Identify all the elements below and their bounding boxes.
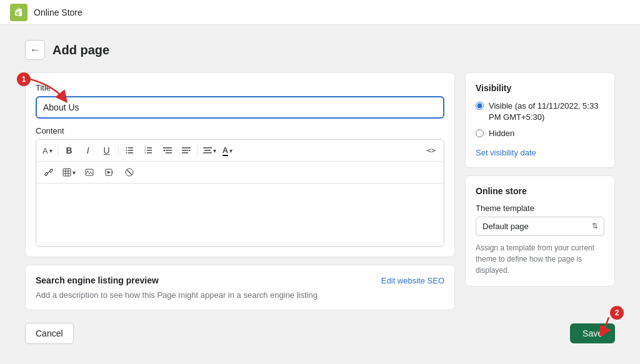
list-ordered-button[interactable]: 1 2 3: [140, 142, 158, 159]
svg-rect-18: [182, 152, 188, 154]
svg-rect-17: [182, 150, 188, 151]
svg-marker-32: [108, 171, 111, 174]
right-column: Visibility Visible (as of 11/11/2022, 5:…: [465, 72, 615, 287]
svg-rect-0: [10, 4, 28, 21]
svg-rect-9: [147, 152, 152, 154]
main-card: 1 Title: [25, 72, 455, 257]
svg-rect-19: [203, 147, 212, 149]
code-view-button[interactable]: <>: [422, 142, 440, 159]
title-input[interactable]: [36, 96, 444, 119]
link-button[interactable]: [40, 164, 58, 180]
editor-body[interactable]: [36, 184, 444, 246]
visibility-label-visible: Visible (as of 11/11/2022, 5:33 PM GMT+5…: [489, 101, 604, 123]
font-color-arrow-icon: ▾: [229, 147, 232, 154]
image-button[interactable]: [81, 164, 98, 180]
svg-point-6: [126, 152, 127, 154]
set-visibility-date-link[interactable]: Set visibility date: [476, 148, 536, 157]
clear-format-icon: [125, 168, 134, 177]
visibility-label-hidden: Hidden: [489, 128, 514, 139]
svg-point-4: [126, 147, 127, 149]
topbar: Online Store: [0, 0, 640, 25]
back-button[interactable]: ←: [25, 40, 45, 60]
svg-rect-3: [128, 152, 133, 154]
svg-rect-8: [147, 150, 152, 151]
image-icon: [85, 168, 94, 177]
layout: 1 Title: [25, 72, 615, 310]
video-button[interactable]: [101, 164, 118, 180]
theme-template-label: Theme template: [476, 204, 604, 213]
topbar-title: Online Store: [34, 7, 82, 17]
visibility-option-visible[interactable]: Visible (as of 11/11/2022, 5:33 PM GMT+5…: [476, 101, 604, 123]
bold-button[interactable]: B: [61, 142, 78, 159]
editor-wrapper: A ▾ B I U: [36, 139, 444, 247]
align-icon: [203, 146, 212, 155]
list-ul-icon: [126, 146, 134, 155]
font-color-dropdown[interactable]: A ▾: [220, 142, 235, 159]
font-size-dropdown[interactable]: A ▾: [40, 142, 55, 159]
seo-title: Search engine listing preview: [36, 275, 159, 285]
theme-template-select[interactable]: Default page: [476, 217, 604, 236]
visibility-radio-hidden[interactable]: [476, 129, 484, 137]
visibility-radio-visible[interactable]: [476, 102, 484, 110]
shopify-logo: [10, 4, 28, 21]
cancel-button[interactable]: Cancel: [25, 323, 74, 344]
main-content: ← Add page 1: [0, 25, 640, 364]
online-store-title: Online store: [476, 186, 604, 196]
toolbar-row1: A ▾ B I U: [36, 140, 444, 162]
indent-right-icon: [182, 146, 191, 155]
theme-helper-text: Assign a template from your current them…: [476, 242, 604, 276]
svg-rect-1: [128, 147, 133, 149]
svg-rect-21: [203, 152, 212, 154]
seo-header: Search engine listing preview Edit websi…: [36, 275, 444, 285]
video-icon: [105, 168, 114, 177]
svg-rect-28: [86, 169, 93, 175]
svg-rect-14: [166, 150, 172, 151]
svg-rect-2: [128, 150, 133, 151]
visibility-option-hidden[interactable]: Hidden: [476, 128, 604, 139]
underline-button[interactable]: U: [98, 142, 116, 159]
save-button[interactable]: Save: [570, 323, 615, 343]
align-arrow-icon: ▾: [213, 147, 216, 154]
online-store-card: Online store Theme template Default page…: [465, 175, 615, 287]
align-dropdown[interactable]: ▾: [201, 142, 219, 159]
svg-rect-23: [63, 169, 71, 176]
title-label: Title: [36, 83, 444, 92]
clear-formatting-button[interactable]: [121, 164, 138, 180]
page-title: Add page: [52, 43, 109, 57]
font-color-icon: A: [222, 145, 228, 156]
svg-rect-20: [204, 150, 211, 151]
toolbar-separator-2: [118, 145, 119, 156]
content-label: Content: [36, 126, 444, 135]
annotation-badge-1: 1: [17, 72, 31, 86]
toolbar-separator-1: [58, 145, 58, 156]
toolbar-separator-3: [198, 145, 198, 156]
table-arrow-icon: ▾: [72, 169, 76, 176]
indent-right-button[interactable]: [178, 142, 195, 159]
svg-rect-7: [147, 147, 152, 149]
visibility-card: Visibility Visible (as of 11/11/2022, 5:…: [465, 72, 615, 168]
list-unordered-button[interactable]: [121, 142, 139, 159]
link-icon: [44, 168, 53, 177]
list-ol-icon: 1 2 3: [144, 146, 153, 155]
visibility-title: Visibility: [476, 83, 604, 93]
footer: Cancel 2 Save: [25, 323, 615, 357]
italic-button[interactable]: I: [79, 142, 97, 159]
seo-card: Search engine listing preview Edit websi…: [25, 265, 455, 310]
left-column: 1 Title: [25, 72, 455, 310]
svg-rect-13: [163, 147, 172, 149]
indent-left-icon: [163, 146, 172, 155]
table-icon: [62, 168, 71, 177]
svg-point-5: [126, 150, 127, 151]
seo-description: Add a description to see how this Page m…: [36, 290, 444, 300]
svg-marker-31: [112, 171, 113, 174]
svg-text:3: 3: [144, 151, 146, 154]
dropdown-arrow-icon: ▾: [49, 147, 52, 154]
table-dropdown[interactable]: ▾: [60, 164, 78, 180]
page-header: ← Add page: [25, 40, 615, 60]
theme-template-select-wrapper: Default page ⇅: [476, 217, 604, 236]
svg-rect-15: [166, 152, 172, 154]
edit-seo-link[interactable]: Edit website SEO: [381, 276, 444, 285]
indent-left-button[interactable]: [159, 142, 176, 159]
svg-rect-16: [182, 147, 191, 149]
toolbar-row2: ▾: [36, 162, 444, 184]
